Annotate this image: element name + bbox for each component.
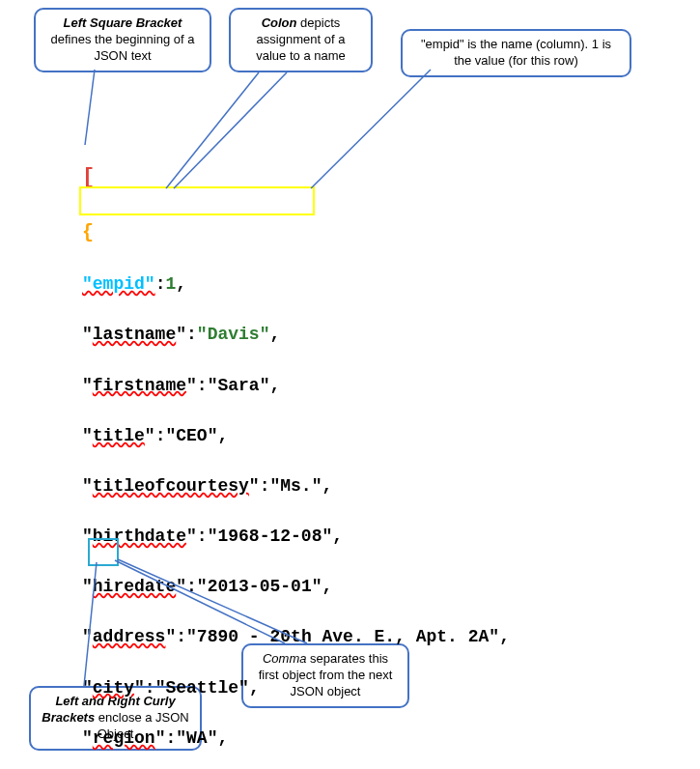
value-birthdate: "1968-12-08" [208,527,333,546]
json-code-sample: [ { "empid":1, "lastname":"Davis", "firs… [82,137,510,769]
value-empid: 1 [165,274,176,294]
value-hiredate: "2013-05-01" [197,577,322,596]
key-empid: "empid" [82,274,155,294]
value-lastname: "Davis" [197,325,270,344]
value-city: "Seattle" [155,678,249,698]
key-firstname: "firstname" [82,376,197,395]
callout-bold: Colon [262,15,297,30]
callout-bracket: Left Square Bracket defines the beginnin… [34,8,211,72]
key-lastname: "lastname" [82,325,186,344]
key-city: "city" [82,678,145,698]
open-square-bracket: [ [82,165,95,189]
value-address: "7890 - 20th Ave. E., Apt. 2A" [186,627,499,646]
callout-text: defines the beginning of a JSON text [51,32,195,63]
key-birthdate: "birthdate" [82,527,197,546]
key-hiredate: "hiredate" [82,577,186,596]
value-toc: "Ms." [269,476,322,496]
key-toc: "titleofcourtesy" [82,476,260,496]
svg-line-0 [85,70,95,145]
key-title: "title" [82,426,155,445]
value-title: "CEO" [165,426,217,445]
value-firstname: "Sara" [208,376,270,395]
value-region: "WA" [176,728,217,748]
callout-text: "empid" is the name (column). 1 is the v… [421,37,611,68]
key-region: "region" [82,728,165,748]
key-address: "address" [82,627,176,646]
open-curly-brace: { [82,221,94,243]
callout-bold: Left Square Bracket [64,15,182,30]
callout-empid: "empid" is the name (column). 1 is the v… [401,29,631,77]
callout-colon: Colon depicts assignment of a value to a… [229,8,373,72]
